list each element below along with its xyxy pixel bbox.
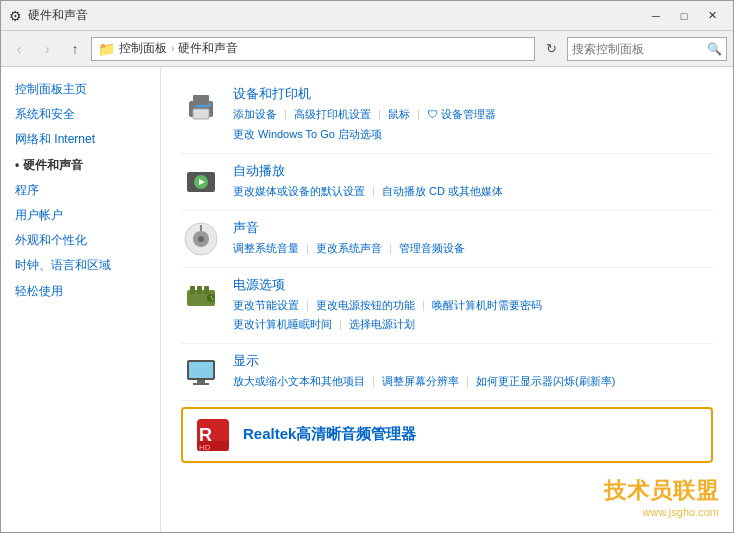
- change-sound-link[interactable]: 更改系统声音: [316, 242, 382, 254]
- sidebar: 控制面板主页 系统和安全 网络和 Internet 硬件和声音 程序 用户帐户 …: [1, 67, 161, 532]
- maximize-button[interactable]: □: [671, 5, 697, 27]
- power-icon: [181, 276, 221, 316]
- section-autoplay: 自动播放 更改媒体或设备的默认设置 | 自动播放 CD 或其他媒体: [181, 154, 713, 211]
- sidebar-item-hardware-sound: 硬件和声音: [1, 153, 160, 178]
- svg-rect-14: [197, 286, 202, 294]
- adjust-volume-link[interactable]: 调整系统音量: [233, 242, 299, 254]
- content-area: 设备和打印机 添加设备 | 高级打印机设置 | 鼠标 | 🛡 设备管理器 更改 …: [161, 67, 733, 532]
- section-display: 显示 放大或缩小文本和其他项目 | 调整屏幕分辨率 | 如何更正显示器闪烁(刷新…: [181, 344, 713, 401]
- svg-rect-3: [195, 105, 207, 107]
- sidebar-item-programs[interactable]: 程序: [1, 178, 160, 203]
- autoplay-links: 更改媒体或设备的默认设置 | 自动播放 CD 或其他媒体: [233, 182, 713, 202]
- power-links-row2: 更改计算机睡眠时间 | 选择电源计划: [233, 315, 713, 335]
- power-buttons-link[interactable]: 更改电源按钮的功能: [316, 299, 415, 311]
- title-bar-controls: ─ □ ✕: [643, 5, 725, 27]
- search-icon: 🔍: [707, 42, 722, 56]
- display-icon: [181, 352, 221, 392]
- display-links: 放大或缩小文本和其他项目 | 调整屏幕分辨率 | 如何更正显示器闪烁(刷新率): [233, 372, 713, 392]
- autoplay-cd-link[interactable]: 自动播放 CD 或其他媒体: [382, 185, 503, 197]
- sidebar-item-control-panel-home[interactable]: 控制面板主页: [1, 77, 160, 102]
- path-current: 硬件和声音: [178, 40, 238, 57]
- svg-text:HD: HD: [199, 443, 211, 452]
- display-body: 显示 放大或缩小文本和其他项目 | 调整屏幕分辨率 | 如何更正显示器闪烁(刷新…: [233, 352, 713, 392]
- svg-rect-18: [189, 362, 213, 378]
- autoplay-title[interactable]: 自动播放: [233, 162, 713, 180]
- windows-to-go-link[interactable]: 更改 Windows To Go 启动选项: [233, 128, 382, 140]
- realtek-body: Realtek高清晰音频管理器: [243, 425, 701, 446]
- section-realtek[interactable]: R HD Realtek高清晰音频管理器: [181, 407, 713, 463]
- change-media-default-link[interactable]: 更改媒体或设备的默认设置: [233, 185, 365, 197]
- close-button[interactable]: ✕: [699, 5, 725, 27]
- svg-rect-2: [193, 109, 209, 119]
- path-separator: ›: [171, 43, 174, 54]
- realtek-icon: R HD: [193, 415, 233, 455]
- svg-rect-15: [204, 286, 209, 294]
- autoplay-icon: [181, 162, 221, 202]
- svg-rect-20: [193, 383, 209, 385]
- search-box[interactable]: 🔍: [567, 37, 727, 61]
- power-title[interactable]: 电源选项: [233, 276, 713, 294]
- sidebar-item-system-security[interactable]: 系统和安全: [1, 102, 160, 127]
- advanced-print-link[interactable]: 高级打印机设置: [294, 108, 371, 120]
- sound-body: 声音 调整系统音量 | 更改系统声音 | 管理音频设备: [233, 219, 713, 259]
- printer-icon: [181, 85, 221, 125]
- address-bar: ‹ › ↑ 📁 控制面板 › 硬件和声音 ↻ 🔍: [1, 31, 733, 67]
- title-bar: ⚙ 硬件和声音 ─ □ ✕: [1, 1, 733, 31]
- sidebar-item-user-accounts[interactable]: 用户帐户: [1, 203, 160, 228]
- refresh-button[interactable]: ↻: [539, 37, 563, 61]
- realtek-title[interactable]: Realtek高清晰音频管理器: [243, 425, 701, 444]
- window-title: 硬件和声音: [28, 7, 88, 24]
- section-devices-printers: 设备和打印机 添加设备 | 高级打印机设置 | 鼠标 | 🛡 设备管理器 更改 …: [181, 77, 713, 154]
- sidebar-item-clock-language[interactable]: 时钟、语言和区域: [1, 253, 160, 278]
- devices-printers-links: 添加设备 | 高级打印机设置 | 鼠标 | 🛡 设备管理器 更改 Windows…: [233, 105, 713, 145]
- main-window: ⚙ 硬件和声音 ─ □ ✕ ‹ › ↑ 📁 控制面板 › 硬件和声音 ↻ 🔍 控…: [0, 0, 734, 533]
- devices-printers-body: 设备和打印机 添加设备 | 高级打印机设置 | 鼠标 | 🛡 设备管理器 更改 …: [233, 85, 713, 145]
- devices-printers-title[interactable]: 设备和打印机: [233, 85, 713, 103]
- section-power: 电源选项 更改节能设置 | 更改电源按钮的功能 | 唤醒计算机时需要密码 更改计…: [181, 268, 713, 345]
- main-area: 控制面板主页 系统和安全 网络和 Internet 硬件和声音 程序 用户帐户 …: [1, 67, 733, 532]
- screen-resolution-link[interactable]: 调整屏幕分辨率: [382, 375, 459, 387]
- power-body: 电源选项 更改节能设置 | 更改电源按钮的功能 | 唤醒计算机时需要密码 更改计…: [233, 276, 713, 336]
- search-input[interactable]: [572, 42, 707, 56]
- text-size-link[interactable]: 放大或缩小文本和其他项目: [233, 375, 365, 387]
- svg-point-10: [198, 236, 204, 242]
- display-flicker-link[interactable]: 如何更正显示器闪烁(刷新率): [476, 375, 615, 387]
- sidebar-item-appearance[interactable]: 外观和个性化: [1, 228, 160, 253]
- sound-links: 调整系统音量 | 更改系统声音 | 管理音频设备: [233, 239, 713, 259]
- sound-icon: [181, 219, 221, 259]
- watermark: 技术员联盟 www.jsgho.com: [604, 476, 719, 518]
- battery-settings-link[interactable]: 更改节能设置: [233, 299, 299, 311]
- watermark-main-text: 技术员联盟: [604, 476, 719, 506]
- sleep-time-link[interactable]: 更改计算机睡眠时间: [233, 318, 332, 330]
- manage-audio-link[interactable]: 管理音频设备: [399, 242, 465, 254]
- svg-rect-1: [193, 95, 209, 103]
- sidebar-item-ease-of-access[interactable]: 轻松使用: [1, 279, 160, 304]
- power-links-row1: 更改节能设置 | 更改电源按钮的功能 | 唤醒计算机时需要密码: [233, 296, 713, 316]
- title-bar-left: ⚙ 硬件和声音: [9, 7, 88, 24]
- sidebar-item-network-internet[interactable]: 网络和 Internet: [1, 127, 160, 152]
- sound-title[interactable]: 声音: [233, 219, 713, 237]
- power-plan-link[interactable]: 选择电源计划: [349, 318, 415, 330]
- autoplay-body: 自动播放 更改媒体或设备的默认设置 | 自动播放 CD 或其他媒体: [233, 162, 713, 202]
- svg-rect-13: [190, 286, 195, 294]
- svg-point-4: [207, 103, 211, 107]
- svg-rect-19: [197, 380, 205, 383]
- device-manager-link[interactable]: 设备管理器: [441, 108, 496, 120]
- watermark-url-text: www.jsgho.com: [604, 506, 719, 518]
- mouse-link[interactable]: 鼠标: [388, 108, 410, 120]
- window-icon: ⚙: [9, 8, 22, 24]
- up-button[interactable]: ↑: [63, 37, 87, 61]
- shield-icon: 🛡: [427, 108, 438, 120]
- minimize-button[interactable]: ─: [643, 5, 669, 27]
- back-button[interactable]: ‹: [7, 37, 31, 61]
- section-sound: 声音 调整系统音量 | 更改系统声音 | 管理音频设备: [181, 211, 713, 268]
- wake-password-link[interactable]: 唤醒计算机时需要密码: [432, 299, 542, 311]
- folder-icon: 📁: [98, 41, 115, 57]
- address-path[interactable]: 📁 控制面板 › 硬件和声音: [91, 37, 535, 61]
- display-title[interactable]: 显示: [233, 352, 713, 370]
- add-device-link[interactable]: 添加设备: [233, 108, 277, 120]
- path-root: 控制面板: [119, 40, 167, 57]
- forward-button[interactable]: ›: [35, 37, 59, 61]
